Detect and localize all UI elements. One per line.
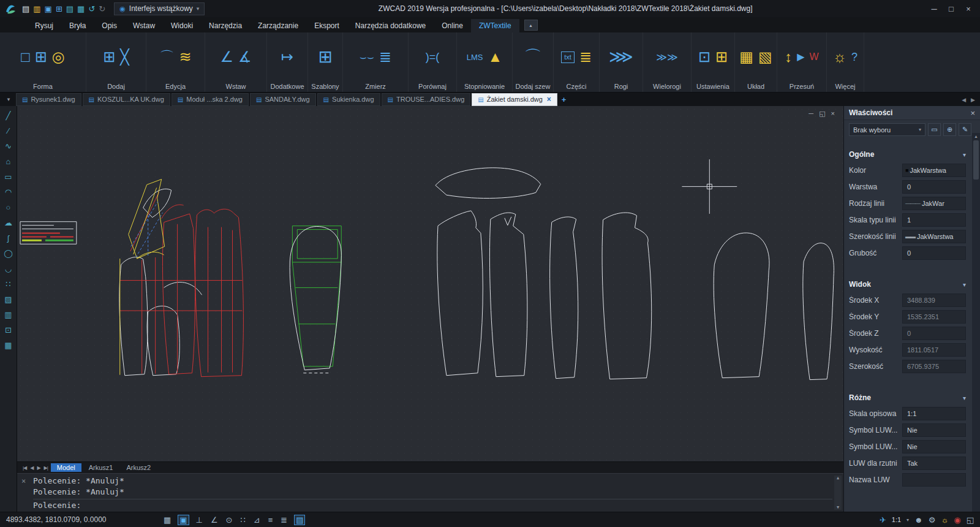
property-value-field[interactable]: Tak — [902, 457, 966, 470]
add-form-icon[interactable]: ⊞ — [103, 50, 115, 64]
edit-lines-icon[interactable]: ≋ — [179, 50, 191, 64]
scrollbar-thumb[interactable] — [973, 140, 979, 180]
property-row[interactable]: Szerokość linii ▬▬ JakWarstwa — [844, 228, 972, 245]
seam-curve-icon[interactable]: ⌒ — [524, 48, 541, 66]
property-value-field[interactable]: 1 — [902, 213, 966, 227]
revision-cloud-tool[interactable]: ☁ — [2, 217, 15, 229]
property-row[interactable]: Nazwa LUW — [844, 471, 972, 488]
layout-tab[interactable]: Arkusz1 — [83, 463, 119, 472]
document-tab[interactable]: ▤ TROUSE...ADIES.dwg × — [382, 93, 471, 106]
new-drawing-button[interactable]: + — [559, 95, 570, 104]
fullscreen-icon[interactable]: ◱ — [967, 515, 974, 525]
ribbon-group-label[interactable]: Edycja — [146, 82, 205, 92]
gradient-tool[interactable]: ▥ — [2, 309, 15, 320]
share-icon[interactable]: ✈ — [880, 515, 886, 525]
ribbon-tab[interactable]: Narzędzia dodatkowe — [347, 19, 434, 32]
ruler-marks-icon[interactable]: ≣ — [379, 50, 391, 64]
close-button[interactable]: × — [960, 4, 976, 13]
document-tab[interactable]: ▤ KOSZUL...KA UK.dwg × — [83, 93, 170, 106]
ribbon-group-label[interactable]: Wstaw — [205, 82, 266, 92]
doc-minimize-button[interactable]: ─ — [809, 110, 813, 118]
property-value-field[interactable] — [902, 473, 966, 487]
isolate-objects-icon[interactable]: ☼ — [941, 515, 948, 525]
first-layout-button[interactable]: |◀ — [21, 465, 28, 471]
pattern-form-icon[interactable]: □ — [21, 50, 30, 64]
ribbon-tab[interactable]: Bryła — [61, 19, 94, 32]
ribbon-group-label[interactable]: Rogi — [600, 82, 643, 92]
open-file-button[interactable]: ▥ — [33, 4, 40, 13]
object-tracking-icon[interactable]: ∷ — [239, 515, 246, 525]
prev-layout-button[interactable]: ◀ — [28, 465, 35, 471]
property-value-field[interactable]: 0 — [902, 246, 966, 260]
multi-corners-icon[interactable]: ≫≫ — [656, 52, 678, 63]
parts-list-icon[interactable]: ≣ — [579, 50, 592, 64]
scroll-up-icon[interactable]: ▲ — [837, 476, 839, 480]
ellipse-tool[interactable]: ◯ — [2, 248, 15, 259]
property-row[interactable]: Rodzaj linii ——— JakWar — [844, 195, 972, 211]
w-marker-icon[interactable]: W — [810, 52, 819, 62]
redo-button[interactable]: ↻ — [99, 4, 105, 13]
spline-tool[interactable]: ʃ — [2, 232, 15, 244]
cut-icon[interactable]: ╳ — [120, 50, 129, 64]
property-row[interactable]: Warstwa 0 — [844, 178, 972, 195]
hatch-tool[interactable]: ▨ — [2, 294, 15, 305]
ribbon-tab[interactable]: Zarządzanie — [250, 19, 306, 32]
sizes-lms-icon[interactable]: LMS — [467, 53, 483, 61]
minimize-button[interactable]: ─ — [926, 4, 942, 13]
ribbon-tab[interactable]: Eksport — [306, 19, 347, 32]
help-icon[interactable]: ? — [851, 51, 858, 63]
ribbon-group-label[interactable]: Układ — [735, 82, 777, 92]
compare-icon[interactable]: )=( — [426, 51, 440, 63]
property-value-field[interactable]: 0 — [902, 327, 966, 340]
polygon-tool[interactable]: ⌂ — [2, 156, 15, 167]
undo-button[interactable]: ↺ — [88, 4, 95, 13]
command-scrollbar[interactable]: ▲▼ — [834, 476, 842, 510]
property-value-field[interactable]: 6705.9375 — [902, 360, 966, 373]
property-value-field[interactable]: 1535.2351 — [902, 310, 966, 324]
properties-section-view[interactable]: Widok ▾ — [844, 277, 972, 292]
tab-list-menu-icon[interactable]: ▼ — [2, 97, 15, 102]
property-value-field[interactable]: 0 — [902, 180, 966, 194]
new-file-button[interactable]: ▤ — [22, 4, 29, 13]
property-row[interactable]: Wysokość 1811.0517 — [844, 341, 972, 358]
arc-angle-icon[interactable]: ∡ — [238, 50, 252, 64]
document-tab[interactable]: ▤ Moduł ...ska 2.dwg × — [172, 93, 249, 106]
property-row[interactable]: Środek Z 0 — [844, 325, 972, 341]
property-row[interactable]: Środek X 3488.839 — [844, 292, 972, 308]
rectangle-tool[interactable]: ▭ — [2, 171, 15, 183]
form-insert-icon[interactable]: ⊞ — [35, 50, 47, 64]
annotation-icon[interactable]: ▤ — [294, 515, 305, 525]
property-row[interactable]: Grubość 0 — [844, 245, 972, 261]
ortho-icon[interactable]: ⊥ — [195, 515, 204, 525]
property-value-field[interactable]: 3488.839 — [902, 294, 966, 307]
ribbon-group-label[interactable]: Dodatkowe — [267, 82, 307, 92]
doc-close-button[interactable]: × — [831, 110, 835, 118]
property-row[interactable]: Skala opisowa 1:1 — [844, 405, 972, 422]
construction-line-tool[interactable]: ∕ — [2, 125, 15, 137]
layout-grid-alt-icon[interactable]: ▧ — [758, 50, 772, 64]
scroll-tabs-left-button[interactable]: ◀ — [959, 97, 968, 103]
close-tab-icon[interactable]: × — [547, 95, 551, 104]
dynamic-ucs-icon[interactable]: ⊿ — [252, 515, 262, 525]
ribbon-group-label[interactable]: Porównaj — [409, 82, 456, 92]
property-value-field[interactable]: ——— JakWar — [902, 197, 966, 210]
property-value-field[interactable]: Nie — [902, 440, 966, 453]
ribbon-group-label[interactable]: Więcej — [827, 82, 864, 92]
properties-scrollbar[interactable]: ▲ — [972, 133, 980, 512]
property-row[interactable]: Kolor ■ JakWarstwa — [844, 162, 972, 178]
ellipse-arc-tool[interactable]: ◡ — [2, 263, 15, 275]
arc-tool[interactable]: ◠ — [2, 186, 15, 198]
save-all-button[interactable]: ⊞ — [56, 4, 62, 13]
pick-window-icon[interactable]: ▭ — [928, 123, 941, 136]
ribbon-group-label[interactable]: Wielorogi — [643, 82, 691, 92]
gear-icon[interactable]: ⚙ — [929, 515, 936, 525]
properties-section-misc[interactable]: Różne ▾ — [844, 390, 972, 405]
maximize-button[interactable]: □ — [943, 4, 959, 13]
last-layout-button[interactable]: ▶| — [42, 465, 50, 471]
circle-tool[interactable]: ○ — [2, 202, 15, 213]
property-value-field[interactable]: Nie — [902, 423, 966, 437]
ribbon-group-label[interactable]: Szablony — [308, 82, 342, 92]
property-value-field[interactable]: ■ JakWarstwa — [902, 164, 966, 177]
point-x-icon[interactable]: ◎ — [52, 50, 65, 64]
ribbon-group-label[interactable]: Dodaj — [86, 82, 146, 92]
